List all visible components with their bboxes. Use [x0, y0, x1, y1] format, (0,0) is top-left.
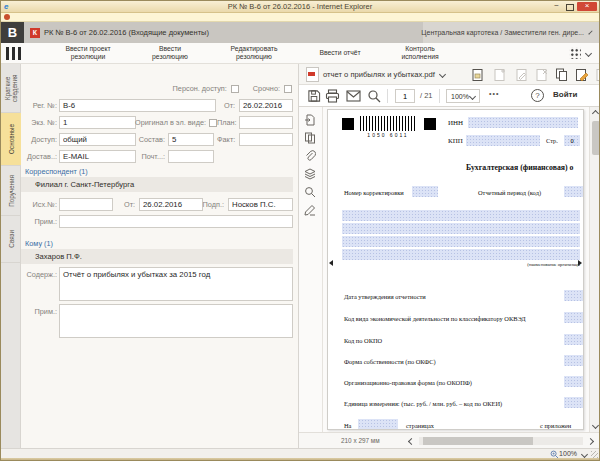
consist-field[interactable] — [168, 133, 214, 146]
chevron-down-icon[interactable] — [439, 70, 446, 77]
email-icon[interactable] — [346, 90, 361, 102]
pdf-viewport: 1050 6011 ИНН КПП Стр. 0 Бухгалтерская (… — [299, 107, 600, 432]
edit-doc-icon[interactable] — [575, 68, 588, 82]
attachments-icon[interactable] — [304, 150, 316, 162]
restore-button[interactable] — [563, 2, 576, 11]
scroll-up-icon[interactable] — [592, 110, 599, 117]
copy-doc-icon[interactable] — [555, 68, 568, 82]
page-number-input[interactable] — [395, 89, 415, 103]
original-electronic-checkbox[interactable] — [209, 119, 217, 127]
tab-links[interactable]: Связи — [1, 216, 21, 263]
scroll-down-icon[interactable] — [592, 422, 599, 429]
tab-brief-info[interactable]: Краткие сведения — [1, 64, 21, 113]
postal-field[interactable] — [168, 150, 214, 163]
scrollbar-thumb[interactable] — [592, 121, 600, 155]
correspondent-section-link[interactable]: Корреспондент (1) — [25, 167, 88, 176]
layers-icon[interactable] — [304, 168, 316, 180]
plan-date-field[interactable] — [239, 116, 293, 129]
tab-instructions[interactable]: Поручения — [1, 166, 21, 216]
enter-draft-resolution-button[interactable]: Ввести проект резолюции — [51, 45, 125, 61]
delivery-label: Достав..: — [21, 150, 57, 163]
page-number-field: 0 — [564, 135, 580, 146]
apps-grid-icon[interactable] — [569, 47, 581, 59]
access-field[interactable] — [59, 133, 136, 146]
edit-resolution-button[interactable]: Редактировать резолюцию — [215, 45, 293, 61]
addressee-section-link[interactable]: Кому (1) — [25, 239, 53, 248]
form-row-label: Форма собственности (по ОКФС) — [344, 358, 436, 365]
signature-icon[interactable] — [304, 204, 316, 216]
sign-in-button[interactable]: Войти — [553, 90, 577, 99]
note-field[interactable] — [59, 304, 293, 338]
export-page-icon[interactable] — [304, 114, 316, 126]
print-icon[interactable] — [325, 89, 340, 103]
urgent-checkbox[interactable] — [284, 85, 292, 93]
outgoing-number-field[interactable] — [59, 198, 113, 211]
delete-version-icon[interactable] — [535, 68, 548, 82]
attachment-text: с приложен — [540, 422, 571, 429]
execution-control-button[interactable]: Контроль исполнения — [387, 45, 453, 61]
window-title: РК № В-6 от 26.02.2016 - Internet Explor… — [1, 2, 599, 11]
new-version-icon[interactable] — [493, 68, 506, 82]
scroll-right-icon[interactable] — [587, 438, 594, 445]
scrollbar-thumb[interactable] — [423, 437, 533, 445]
enter-report-button[interactable]: Ввести отчёт — [309, 49, 371, 57]
save-icon[interactable] — [307, 89, 321, 103]
edit-version-icon[interactable] — [515, 68, 528, 82]
chevron-down-icon[interactable] — [581, 451, 588, 458]
send-doc-icon[interactable] — [595, 68, 600, 82]
resize-grip[interactable] — [591, 451, 598, 458]
correction-label: Номер корректировки — [344, 189, 404, 196]
zoom-select[interactable]: 100% — [446, 89, 480, 103]
menu-icon[interactable] — [6, 47, 21, 60]
help-icon[interactable]: ? — [531, 89, 544, 102]
urgent-label: Срочно: — [253, 84, 280, 93]
signed-field[interactable] — [228, 198, 293, 211]
fact-date-field[interactable] — [239, 133, 293, 146]
signed-label: Подп.: — [202, 198, 224, 211]
reg-date-field[interactable] — [239, 99, 293, 112]
search-icon[interactable] — [367, 89, 381, 103]
attachment-file-name[interactable]: отчет о прибылях и убытках.pdf — [323, 70, 435, 79]
find-icon[interactable] — [304, 186, 316, 198]
preview-doc-icon[interactable] — [471, 68, 484, 82]
addressee-name-row[interactable]: Захаров П.Ф. — [21, 249, 293, 264]
barcode-corner-mark — [424, 118, 436, 130]
org-name-field — [342, 236, 580, 247]
close-button[interactable]: × — [577, 2, 597, 11]
registration-card-form: Персон. доступ: Срочно: Рег. №: От: Экз.… — [21, 64, 299, 448]
form-row-field — [564, 312, 584, 323]
more-tools-button[interactable]: ••• — [489, 90, 499, 97]
status-bar: 100% — [1, 448, 599, 458]
chevron-down-icon[interactable] — [585, 49, 592, 56]
incoming-doc-badge: К — [30, 28, 40, 38]
cabinet-selector[interactable]: Центральная картотека / Заместители ген.… — [423, 22, 599, 43]
horizontal-scrollbar[interactable] — [419, 437, 583, 445]
period-field — [564, 186, 584, 197]
consist-label: Состав: — [137, 133, 165, 146]
corr-note-field[interactable] — [59, 215, 293, 228]
notification-bar — [1, 13, 599, 22]
form-row-label: Организационно-правовая форма (по ОКОПФ) — [344, 379, 472, 386]
tab-main[interactable]: Основные — [1, 113, 21, 166]
form-row-label: Код вида экономической деятельности по к… — [344, 315, 526, 322]
content-field[interactable]: Отчёт о прибылях и убытках за 2015 год — [59, 267, 293, 301]
browser-zoom-level[interactable]: 100% — [559, 450, 577, 457]
correspondent-name-row[interactable]: Филиал г. Санкт-Петербурга — [21, 177, 293, 192]
person-access-checkbox[interactable] — [231, 85, 239, 93]
enter-resolution-button[interactable]: Ввести резолюцию — [141, 45, 199, 61]
page-thumbnails-icon[interactable] — [304, 132, 316, 144]
org-name-field — [342, 249, 580, 260]
delivery-field[interactable] — [59, 150, 136, 163]
scroll-left-icon[interactable] — [408, 438, 415, 445]
vertical-scrollbar[interactable] — [589, 107, 600, 432]
form-row-label: Единица измерения: (тыс. руб. / млн. руб… — [344, 400, 502, 407]
pdf-toolbar: / 21 100% ••• ? Войти — [299, 85, 600, 107]
corr-date-field[interactable] — [139, 198, 203, 211]
section-tab-strip: Краткие сведения Основные Поручения Связ… — [1, 64, 21, 448]
pdf-page: 1050 6011 ИНН КПП Стр. 0 Бухгалтерская (… — [327, 109, 584, 430]
person-access-label: Персон. доступ: — [173, 84, 227, 93]
page-size-label: 210 x 297 мм — [341, 437, 380, 444]
reg-number-field[interactable] — [59, 99, 216, 112]
cabinet-path: Центральная картотека / Заместители ген.… — [421, 29, 584, 36]
minimize-button[interactable]: − — [550, 2, 563, 11]
